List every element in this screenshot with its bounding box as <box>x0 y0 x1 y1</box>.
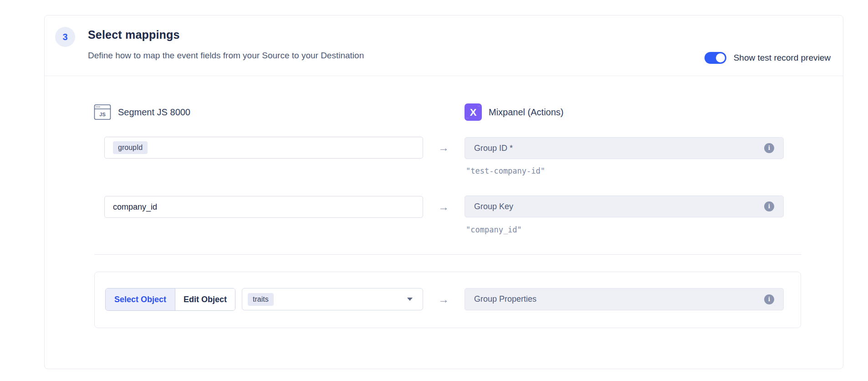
destination-field-group-key: Group Key i <box>465 196 784 217</box>
destination-field-label: Group ID * <box>474 144 513 153</box>
object-select-dropdown[interactable]: traits <box>242 288 423 310</box>
toggle-label: Show test record preview <box>734 53 831 63</box>
source-column-header: JS Segment JS 8000 <box>94 103 190 121</box>
show-test-record-toggle[interactable] <box>705 52 726 64</box>
destination-field-label: Group Key <box>474 202 513 211</box>
arrow-right-icon: → <box>435 294 452 305</box>
destination-field-group-id: Group ID * i <box>465 137 784 159</box>
source-field-input-company-id[interactable]: company_id <box>104 196 423 218</box>
browser-js-icon: JS <box>94 103 111 121</box>
test-record-preview-value: "test-company-id" <box>466 166 545 175</box>
source-text-value: company_id <box>113 202 157 212</box>
destination-field-group-properties: Group Properties i <box>465 288 784 310</box>
section-divider <box>94 254 801 255</box>
selected-object-token: traits <box>248 293 274 306</box>
caret-down-icon <box>407 298 413 301</box>
arrow-right-icon: → <box>435 201 452 212</box>
source-name: Segment JS 8000 <box>118 107 190 118</box>
edit-object-button[interactable]: Edit Object <box>175 288 235 310</box>
destination-column-header: X Mixpanel (Actions) <box>465 103 564 121</box>
destination-name: Mixpanel (Actions) <box>489 107 564 118</box>
svg-text:X: X <box>470 107 477 118</box>
toggle-knob <box>716 53 725 62</box>
page-title: Select mappings <box>88 28 180 41</box>
object-mode-button-group: Select Object Edit Object <box>105 288 235 311</box>
destination-field-label: Group Properties <box>474 294 536 304</box>
card-header: 3 Select mappings Define how to map the … <box>45 15 843 76</box>
source-field-input-groupid[interactable]: groupId <box>104 137 423 159</box>
info-icon[interactable]: i <box>764 294 774 304</box>
select-object-button[interactable]: Select Object <box>106 288 175 310</box>
info-icon[interactable]: i <box>764 201 774 211</box>
source-token[interactable]: groupId <box>113 141 148 154</box>
select-mappings-card: 3 Select mappings Define how to map the … <box>44 15 843 369</box>
test-record-preview-value: "company_id" <box>466 225 522 234</box>
test-record-toggle-group: Show test record preview <box>705 52 831 64</box>
svg-text:JS: JS <box>99 112 105 117</box>
mixpanel-icon: X <box>465 103 482 121</box>
arrow-right-icon: → <box>435 142 452 153</box>
step-number-badge: 3 <box>55 27 75 47</box>
page-subtitle: Define how to map the event fields from … <box>88 51 364 61</box>
info-icon[interactable]: i <box>764 143 774 153</box>
